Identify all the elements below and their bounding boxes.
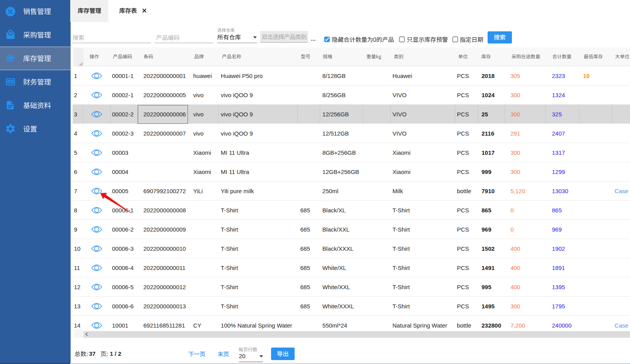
- svg-text:100: 100: [8, 81, 13, 83]
